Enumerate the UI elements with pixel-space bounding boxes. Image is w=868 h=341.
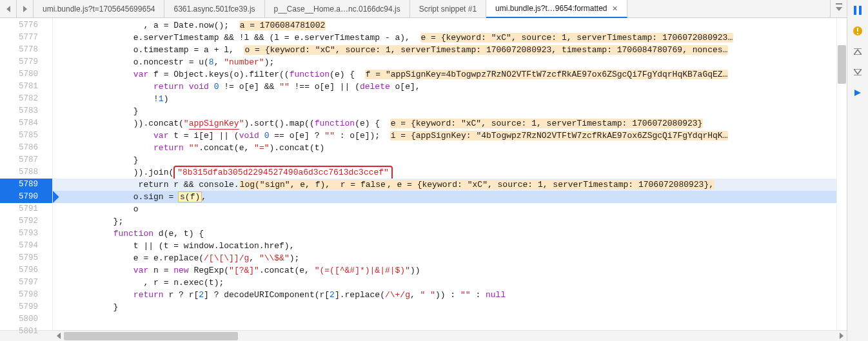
- line-number[interactable]: 5777: [0, 32, 52, 44]
- scrollbar-track[interactable]: [64, 331, 836, 342]
- tab-file-1[interactable]: 6361.async.501fce39.js: [164, 0, 264, 17]
- tab-file-0[interactable]: umi.bundle.js?t=1705645699654: [34, 0, 164, 17]
- line-number[interactable]: 5792: [0, 215, 52, 228]
- expand-bottom-button[interactable]: [851, 66, 864, 79]
- scroll-left-button[interactable]: [53, 331, 64, 342]
- line-number[interactable]: 5783: [0, 105, 52, 117]
- line-number[interactable]: 5788: [0, 166, 52, 179]
- line-number[interactable]: 5781: [0, 81, 52, 93]
- svg-rect-1: [859, 6, 862, 15]
- overflow-icon: [836, 7, 842, 11]
- scrollbar-thumb[interactable]: [64, 332, 238, 340]
- chevron-left-icon: [6, 6, 10, 12]
- tab-nav-prev[interactable]: [0, 0, 17, 17]
- warning-icon[interactable]: [851, 24, 864, 37]
- line-number[interactable]: 5780: [0, 68, 52, 81]
- line-number[interactable]: 5798: [0, 289, 52, 301]
- tab-file-3[interactable]: Script snippet #1: [410, 0, 486, 17]
- line-number[interactable]: 5785: [0, 130, 52, 142]
- line-number[interactable]: 5799: [0, 301, 52, 313]
- line-number[interactable]: 5791: [0, 203, 52, 215]
- line-number[interactable]: 5787: [0, 154, 52, 166]
- tab-label: p__Case__Home.a…nc.0166dc94.js: [274, 5, 400, 14]
- line-number[interactable]: 5789: [0, 179, 52, 191]
- svg-marker-9: [854, 90, 861, 96]
- svg-marker-5: [854, 50, 862, 55]
- scrollbar-thumb[interactable]: [838, 45, 846, 84]
- line-number[interactable]: 5779: [0, 56, 52, 68]
- line-number[interactable]: 5784: [0, 117, 52, 130]
- chevron-right-icon: [23, 6, 27, 12]
- line-number[interactable]: 5786: [0, 142, 52, 154]
- current-call: s(f): [179, 192, 201, 202]
- tab-bar: umi.bundle.js?t=1705645699654 6361.async…: [0, 0, 847, 18]
- close-icon[interactable]: ×: [613, 3, 618, 14]
- code-editor: 5776577757785779578057815782578357845785…: [0, 18, 847, 330]
- line-number[interactable]: 5800: [0, 313, 52, 326]
- tab-overflow-button[interactable]: [830, 0, 847, 17]
- line-number[interactable]: 5796: [0, 264, 52, 277]
- chevron-left-icon: [57, 333, 61, 339]
- tab-file-2[interactable]: p__Case__Home.a…nc.0166dc94.js: [265, 0, 410, 17]
- line-number[interactable]: 5794: [0, 240, 52, 252]
- svg-marker-7: [854, 69, 862, 74]
- chevron-right-icon: [840, 333, 843, 339]
- line-number[interactable]: 5782: [0, 93, 52, 105]
- line-number[interactable]: 5801: [0, 326, 52, 338]
- pause-button[interactable]: [851, 4, 864, 17]
- tab-label: umi.bundle.js?t…9654:formatted: [495, 4, 607, 13]
- horizontal-scrollbar[interactable]: [0, 330, 847, 341]
- line-number[interactable]: 5776: [0, 19, 52, 32]
- line-number[interactable]: 5797: [0, 277, 52, 289]
- tab-file-4[interactable]: umi.bundle.js?t…9654:formatted ×: [486, 0, 627, 18]
- scroll-right-button[interactable]: [836, 331, 847, 342]
- tab-label: Script snippet #1: [419, 5, 477, 14]
- line-number[interactable]: 5795: [0, 252, 52, 264]
- line-number[interactable]: 5793: [0, 228, 52, 240]
- svg-rect-3: [857, 28, 858, 32]
- minimap-scrollbar[interactable]: [836, 18, 847, 330]
- line-number[interactable]: 5790: [0, 191, 52, 203]
- step-right-button[interactable]: [851, 86, 864, 99]
- debugger-rail: [847, 0, 868, 341]
- code-area[interactable]: , a = Date.now(); a = 1706084781002 e.se…: [53, 18, 836, 330]
- tab-label: 6361.async.501fce39.js: [173, 5, 255, 14]
- tab-nav-next[interactable]: [17, 0, 34, 17]
- expand-top-button[interactable]: [851, 45, 864, 58]
- line-number[interactable]: 5778: [0, 44, 52, 56]
- svg-rect-4: [857, 33, 858, 34]
- svg-rect-0: [854, 6, 856, 15]
- tab-label: umi.bundle.js?t=1705645699654: [43, 5, 155, 14]
- line-number-gutter[interactable]: 5776577757785779578057815782578357845785…: [0, 18, 53, 330]
